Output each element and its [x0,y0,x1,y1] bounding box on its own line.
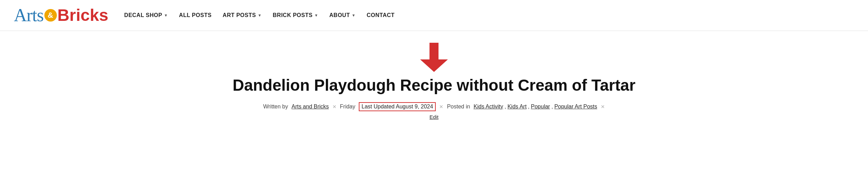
nav-item-decal-shop[interactable]: DECAL SHOP ▼ [119,9,173,21]
category-popular[interactable]: Popular [531,104,550,110]
chevron-down-icon: ▼ [351,13,355,17]
author-link[interactable]: Arts and Bricks [292,104,329,110]
edit-row: Edit [429,114,439,120]
nav-item-brick-posts[interactable]: BRICK POSTS ▼ [267,9,324,21]
main-content: Dandelion Playdough Recipe without Cream… [0,31,868,127]
main-nav: DECAL SHOP ▼ ALL POSTS ART POSTS ▼ BRICK… [119,9,400,21]
logo-arts-text: Arts [14,6,44,24]
nav-item-art-posts[interactable]: ART POSTS ▼ [217,9,267,21]
red-arrow-annotation [418,41,450,73]
category-kids-art[interactable]: Kids Art [507,104,527,110]
written-by-prefix: Written by [263,104,288,110]
date-prefix: Friday [340,104,355,110]
site-header: Arts & Bricks DECAL SHOP ▼ ALL POSTS ART… [0,0,868,31]
posted-in-prefix: Posted in [447,104,470,110]
page-title: Dandelion Playdough Recipe without Cream… [233,76,635,95]
meta-separator-3: ✕ [601,104,605,109]
category-kids-activity[interactable]: Kids Activity [474,104,503,110]
chevron-down-icon: ▼ [314,13,318,17]
svg-rect-0 [429,43,439,59]
chevron-down-icon: ▼ [258,13,261,17]
article-meta: Written by Arts and Bricks ✕ Friday Last… [263,102,605,111]
meta-separator-2: ✕ [439,104,443,109]
logo-bricks-text: Bricks [58,7,108,24]
edit-link[interactable]: Edit [429,114,439,120]
logo-ampersand: & [44,9,57,22]
categories-list: Kids Activity, Kids Art, Popular, Popula… [474,104,597,110]
svg-marker-1 [420,59,448,72]
nav-item-contact[interactable]: CONTACT [361,9,400,21]
last-updated-date: Last Updated August 9, 2024 [359,102,436,111]
nav-item-about[interactable]: ABOUT ▼ [324,9,361,21]
category-popular-art-posts[interactable]: Popular Art Posts [554,104,597,110]
meta-separator-1: ✕ [332,104,337,109]
nav-item-all-posts[interactable]: ALL POSTS [173,9,217,21]
chevron-down-icon: ▼ [164,13,168,17]
site-logo[interactable]: Arts & Bricks [14,6,108,24]
